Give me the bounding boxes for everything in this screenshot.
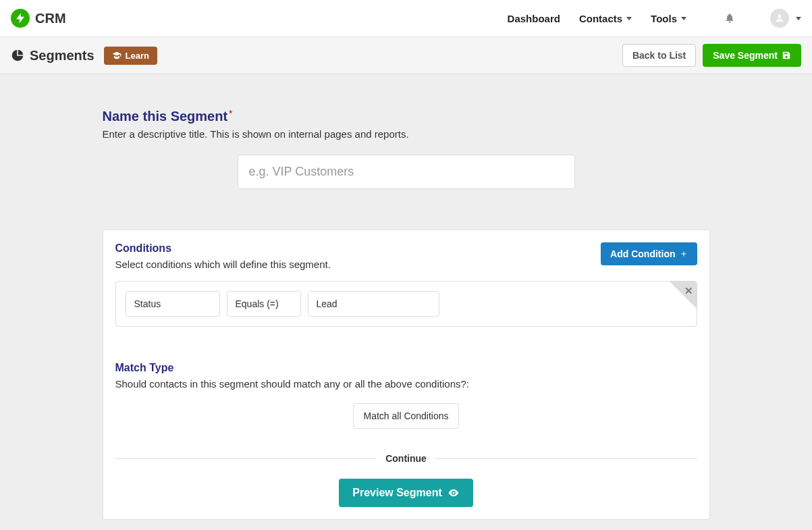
nav-tools-label: Tools bbox=[651, 13, 677, 24]
notifications-button[interactable] bbox=[724, 13, 735, 24]
learn-label: Learn bbox=[126, 51, 149, 61]
required-mark: * bbox=[229, 108, 232, 119]
condition-value-select[interactable]: Lead bbox=[308, 291, 439, 317]
plus-icon bbox=[680, 250, 688, 258]
name-section: Name this Segment* Enter a descriptive t… bbox=[103, 108, 710, 189]
brand[interactable]: CRM bbox=[11, 9, 66, 28]
condition-row: Status Equals (=) Lead ✕ bbox=[115, 281, 697, 327]
pie-chart-icon bbox=[11, 49, 24, 62]
save-segment-label: Save Segment bbox=[713, 50, 778, 61]
page-header: Segments Learn Back to List Save Segment bbox=[0, 37, 812, 74]
page-title: Segments bbox=[30, 48, 94, 63]
condition-value-value: Lead bbox=[317, 298, 337, 309]
segment-name-input[interactable] bbox=[238, 155, 575, 189]
match-type-subtitle: Should contacts in this segment should m… bbox=[115, 378, 697, 390]
caret-down-icon bbox=[626, 17, 632, 20]
close-icon: ✕ bbox=[684, 285, 693, 297]
top-nav: CRM Dashboard Contacts Tools bbox=[0, 0, 812, 37]
add-condition-label: Add Condition bbox=[610, 248, 675, 259]
match-type-select[interactable]: Match all Conditions bbox=[353, 403, 458, 429]
preview-segment-button[interactable]: Preview Segment bbox=[339, 479, 473, 507]
match-type-title: Match Type bbox=[115, 362, 697, 374]
save-icon bbox=[782, 51, 791, 60]
nav-tools[interactable]: Tools bbox=[651, 13, 686, 24]
save-segment-button[interactable]: Save Segment bbox=[703, 44, 801, 67]
caret-down-icon bbox=[796, 17, 801, 20]
condition-operator-value: Equals (=) bbox=[236, 298, 279, 309]
match-type-value: Match all Conditions bbox=[363, 410, 448, 421]
graduation-cap-icon bbox=[112, 51, 121, 60]
condition-operator-select[interactable]: Equals (=) bbox=[227, 291, 301, 317]
back-to-list-label: Back to List bbox=[632, 50, 686, 61]
match-type-section: Match Type Should contacts in this segme… bbox=[115, 362, 697, 429]
continue-divider: Continue bbox=[115, 453, 697, 464]
user-menu[interactable] bbox=[770, 9, 801, 28]
brand-logo-icon bbox=[11, 9, 30, 28]
add-condition-button[interactable]: Add Condition bbox=[601, 242, 697, 265]
back-to-list-button[interactable]: Back to List bbox=[622, 44, 696, 67]
conditions-title: Conditions bbox=[115, 242, 601, 255]
eye-icon bbox=[448, 487, 460, 499]
continue-label: Continue bbox=[376, 453, 436, 464]
condition-field-value: Status bbox=[134, 298, 161, 309]
avatar-icon bbox=[770, 9, 789, 28]
nav-dashboard-label: Dashboard bbox=[508, 13, 560, 24]
condition-field-select[interactable]: Status bbox=[126, 291, 220, 317]
caret-down-icon bbox=[681, 17, 686, 20]
name-section-title: Name this Segment bbox=[103, 109, 228, 124]
nav-dashboard[interactable]: Dashboard bbox=[508, 13, 560, 24]
conditions-card: Conditions Select conditions which will … bbox=[103, 230, 710, 520]
learn-button[interactable]: Learn bbox=[104, 47, 157, 65]
page-title-wrap: Segments bbox=[11, 48, 94, 63]
nav-items: Dashboard Contacts Tools bbox=[508, 9, 801, 28]
brand-name: CRM bbox=[35, 11, 66, 26]
nav-contacts[interactable]: Contacts bbox=[579, 13, 632, 24]
preview-segment-label: Preview Segment bbox=[352, 487, 442, 499]
page-body: Name this Segment* Enter a descriptive t… bbox=[0, 74, 812, 530]
conditions-subtitle: Select conditions which will define this… bbox=[115, 259, 601, 270]
name-section-subtitle: Enter a descriptive title. This is shown… bbox=[103, 128, 710, 140]
remove-condition-button[interactable]: ✕ bbox=[670, 282, 697, 309]
nav-contacts-label: Contacts bbox=[579, 13, 622, 24]
